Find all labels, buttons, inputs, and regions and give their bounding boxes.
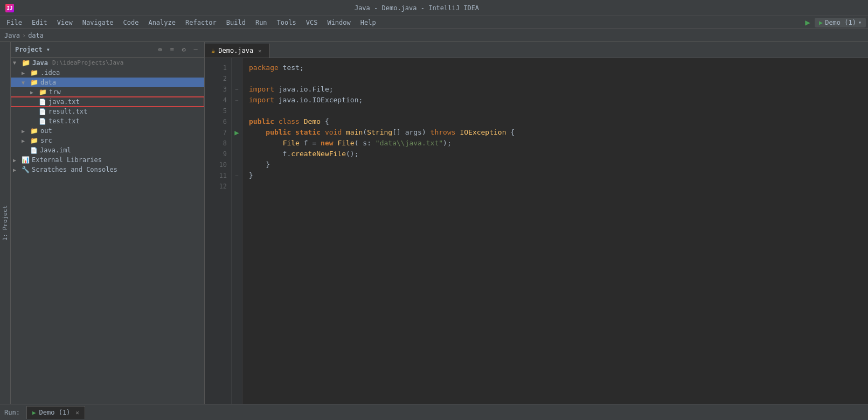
code-line-1: package test; bbox=[249, 62, 862, 73]
editor-area: ☕ Demo.java ✕ 1 2 3 4 5 6 7 8 9 10 11 12 bbox=[205, 42, 868, 404]
gutter-10: — bbox=[232, 170, 242, 181]
menu-bar: File Edit View Navigate Code Analyze Ref… bbox=[0, 16, 868, 29]
tree-item-java-root[interactable]: ▼ 📁 Java D:\ideaProjects\Java bbox=[11, 58, 204, 68]
line-num-10: 10 bbox=[205, 159, 231, 170]
editor-tab-demo[interactable]: ☕ Demo.java ✕ bbox=[205, 44, 270, 58]
tree-path-java: D:\ideaProjects\Java bbox=[52, 59, 123, 66]
code-editor[interactable]: 1 2 3 4 5 6 7 8 9 10 11 12 — — bbox=[205, 58, 868, 404]
expand-arrow-out: ▶ bbox=[22, 128, 28, 134]
run-config-arrow: ▾ bbox=[858, 19, 862, 25]
line-num-7: 7 bbox=[205, 127, 231, 138]
sidebar-hide-icon[interactable]: — bbox=[191, 45, 200, 54]
gutter-7b bbox=[232, 138, 242, 149]
ext-lib-icon: 📊 bbox=[22, 156, 30, 164]
tree-item-result-txt[interactable]: ▶ 📄 result.txt bbox=[11, 107, 204, 116]
run-tab-demo[interactable]: ▶ Demo (1) ✕ bbox=[26, 406, 85, 419]
expand-arrow-scratches: ▶ bbox=[13, 167, 19, 173]
gutter-3: — bbox=[232, 84, 242, 95]
folder-icon-data: 📁 bbox=[30, 79, 38, 86]
tree-item-data[interactable]: ▼ 📁 data bbox=[11, 78, 204, 87]
breadcrumb-java[interactable]: Java bbox=[4, 32, 20, 39]
sidebar-locate-icon[interactable]: ⊕ bbox=[156, 45, 164, 54]
menu-vcs[interactable]: VCS bbox=[302, 18, 322, 27]
expand-arrow-idea: ▶ bbox=[22, 70, 28, 76]
gutter-6 bbox=[232, 116, 242, 127]
tree-label-java-iml: Java.iml bbox=[40, 146, 71, 154]
gutter-12 bbox=[232, 192, 242, 202]
tree-item-src[interactable]: ▶ 📁 src bbox=[11, 136, 204, 145]
menu-code[interactable]: Code bbox=[119, 18, 143, 27]
menu-run[interactable]: Run bbox=[251, 18, 272, 27]
run-label: Run: bbox=[4, 409, 20, 416]
tree-item-java-txt[interactable]: ▶ 📄 java.txt bbox=[11, 97, 204, 107]
expand-arrow-data: ▼ bbox=[22, 80, 28, 86]
expand-arrow-java: ▼ bbox=[13, 60, 19, 66]
code-lines[interactable]: package test; import java.io.File; impor… bbox=[242, 58, 868, 404]
line-num-3: 3 bbox=[205, 84, 231, 95]
tree-label-idea: .idea bbox=[40, 69, 60, 76]
tree-label-test-txt: test.txt bbox=[48, 117, 80, 125]
run-tab-bar: Run: ▶ Demo (1) ✕ bbox=[0, 404, 868, 420]
menu-build[interactable]: Build bbox=[222, 18, 250, 27]
tree-item-trw[interactable]: ▶ 📁 trw bbox=[11, 87, 204, 97]
menu-navigate[interactable]: Navigate bbox=[78, 18, 118, 27]
line-num-1: 1 bbox=[205, 62, 231, 73]
expand-arrow-ext: ▶ bbox=[13, 157, 19, 163]
sidebar-collapse-icon[interactable]: ≡ bbox=[168, 45, 176, 54]
breadcrumb-data[interactable]: data bbox=[28, 32, 44, 39]
folder-icon-src: 📁 bbox=[30, 137, 38, 144]
code-line-3: import java.io.File; bbox=[249, 84, 862, 95]
menu-analyze[interactable]: Analyze bbox=[144, 18, 180, 27]
tree-label-ext-libs: External Libraries bbox=[32, 156, 102, 164]
tree-label-result-txt: result.txt bbox=[48, 108, 87, 115]
line-num-6: 6 bbox=[205, 116, 231, 127]
line-gutter: — — ▶ — bbox=[232, 58, 242, 404]
gutter-11 bbox=[232, 181, 242, 192]
tree-label-trw: trw bbox=[49, 88, 61, 96]
sidebar-settings-icon[interactable]: ⚙ bbox=[179, 45, 188, 54]
gutter-8 bbox=[232, 149, 242, 159]
tree-item-scratches[interactable]: ▶ 🔧 Scratches and Consoles bbox=[11, 165, 204, 174]
folder-icon-trw: 📁 bbox=[39, 88, 47, 96]
run-tab-close[interactable]: ✕ bbox=[75, 409, 79, 416]
menu-edit[interactable]: Edit bbox=[27, 18, 52, 27]
file-icon-java-txt: 📄 bbox=[39, 99, 46, 106]
sidebar-title: Project ▾ bbox=[15, 46, 151, 53]
expand-arrow-trw: ▶ bbox=[30, 89, 37, 95]
code-line-12 bbox=[249, 181, 862, 192]
code-line-5 bbox=[249, 106, 862, 116]
run-tab-icon: ▶ bbox=[32, 409, 36, 416]
title-bar-left: IJ bbox=[5, 4, 14, 12]
sidebar-inner: Project ▾ ⊕ ≡ ⚙ — ▼ 📁 Java D:\ideaProjec… bbox=[11, 42, 204, 404]
menu-refactor[interactable]: Refactor bbox=[181, 18, 221, 27]
main-layout: 1: Project Project ▾ ⊕ ≡ ⚙ — ▼ 📁 Java D:… bbox=[0, 42, 868, 404]
tree-item-ext-libs[interactable]: ▶ 📊 External Libraries bbox=[11, 155, 204, 165]
line-numbers: 1 2 3 4 5 6 7 8 9 10 11 12 bbox=[205, 58, 232, 404]
line-num-11: 11 bbox=[205, 170, 231, 181]
tree-item-out[interactable]: ▶ 📁 out bbox=[11, 126, 204, 136]
sidebar-vertical-label: 1: Project bbox=[2, 205, 9, 241]
line-num-5: 5 bbox=[205, 106, 231, 116]
menu-tools[interactable]: Tools bbox=[273, 18, 301, 27]
run-config-button[interactable]: ▶ Demo (1) ▾ bbox=[815, 18, 866, 27]
sidebar-header: Project ▾ ⊕ ≡ ⚙ — bbox=[11, 42, 204, 58]
menu-help[interactable]: Help bbox=[356, 18, 380, 27]
tree-item-test-txt[interactable]: ▶ 📄 test.txt bbox=[11, 116, 204, 126]
menu-view[interactable]: View bbox=[53, 18, 77, 27]
gutter-1 bbox=[232, 62, 242, 73]
line-num-2: 2 bbox=[205, 73, 231, 84]
breadcrumb-sep: › bbox=[22, 32, 26, 39]
gutter-4: — bbox=[232, 95, 242, 106]
menu-file[interactable]: File bbox=[2, 18, 26, 27]
run-config-icon: ▶ bbox=[819, 19, 823, 26]
folder-icon-java: 📁 bbox=[22, 59, 30, 67]
menu-window[interactable]: Window bbox=[323, 18, 355, 27]
sidebar-vertical-label-container: 1: Project bbox=[0, 42, 11, 404]
tree-item-java-iml[interactable]: ▶ 📄 Java.iml bbox=[11, 145, 204, 155]
tab-label-demo: Demo.java bbox=[218, 47, 253, 54]
tab-close-demo[interactable]: ✕ bbox=[256, 47, 263, 54]
run-button[interactable]: ▶ bbox=[805, 17, 810, 27]
run-tab-label: Demo (1) bbox=[39, 409, 71, 416]
scratch-icon: 🔧 bbox=[22, 166, 30, 173]
tree-item-idea[interactable]: ▶ 📁 .idea bbox=[11, 68, 204, 78]
